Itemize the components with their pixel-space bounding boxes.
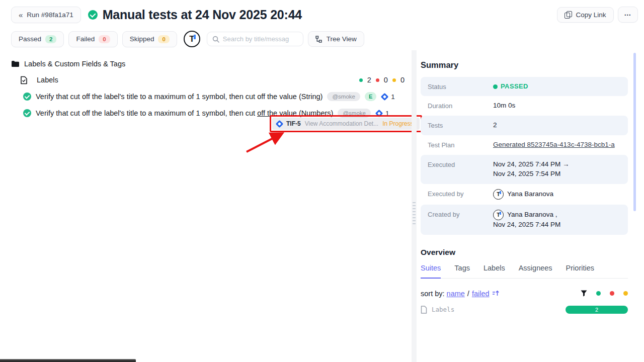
- user-avatar[interactable]: T: [184, 31, 200, 47]
- status-text: PASSED: [501, 82, 528, 91]
- jira-issue-icon: [276, 120, 284, 128]
- summary-sidebar: Summary Status PASSED Duration 10m 0s Te…: [421, 50, 628, 314]
- panel-resize-handle[interactable]: [412, 50, 417, 362]
- bottom-overlay-bar: [0, 359, 136, 362]
- back-to-run-button[interactable]: « Run #98fa1a71: [11, 7, 81, 23]
- summary-row-tests: Tests 2: [421, 116, 628, 135]
- suite-label: Labels: [37, 76, 58, 84]
- user-avatar: T: [493, 189, 504, 200]
- linked-issue[interactable]: 1: [382, 93, 395, 101]
- header-actions: Copy Link ⋯: [557, 7, 638, 23]
- executed-from: Nov 24, 2025 7:44 PM →: [493, 160, 570, 169]
- filter-bar: Passed 2 Failed 0 Skipped 0 T: [11, 31, 364, 47]
- grip-icon: [413, 202, 416, 224]
- copy-link-label: Copy Link: [576, 11, 606, 19]
- failed-dot-icon: [376, 78, 379, 82]
- document-icon: [421, 306, 427, 314]
- skipped-count-badge: 0: [158, 35, 169, 43]
- vertical-scrollbar[interactable]: [633, 53, 636, 211]
- tab-tags[interactable]: Tags: [454, 264, 470, 278]
- summary-row-executed: Executed Nov 24, 2025 7:44 PM → Nov 24, …: [421, 155, 628, 184]
- tree-view-button[interactable]: Tree View: [308, 31, 364, 47]
- test-run-page: « Run #98fa1a71 Manual tests at 24 Nov 2…: [0, 0, 644, 362]
- skipped-label: Skipped: [130, 35, 154, 43]
- filter-failed-button[interactable]: Failed 0: [68, 31, 117, 47]
- executed-value: Nov 24, 2025 7:44 PM → Nov 24, 2025 7:54…: [493, 160, 570, 179]
- tab-assignees[interactable]: Assignees: [519, 264, 552, 278]
- tests-label: Tests: [428, 121, 493, 129]
- avatar-brand-accent: [500, 212, 501, 215]
- overview-heading: Overview: [421, 248, 628, 257]
- avatar-brand-accent: [500, 191, 501, 194]
- failed-count-badge: 0: [99, 35, 110, 43]
- test-passed-check-icon: [23, 93, 31, 101]
- run-passed-check-icon: [88, 10, 98, 20]
- overview-suite-name[interactable]: Labels: [432, 306, 454, 313]
- suite-failed-count: 0: [384, 76, 388, 84]
- folder-row[interactable]: Labels & Custom Fields & Tags: [11, 56, 412, 71]
- avatar-brand-accent: [194, 35, 196, 39]
- sort-by-failed-link[interactable]: failed: [472, 290, 490, 298]
- test-plan-link[interactable]: Generated 8523745a-413c-4738-bcb1-a: [493, 140, 615, 150]
- issue-popup[interactable]: TIF-5 View Accommodation Det... In Progr…: [272, 118, 420, 130]
- passed-dot-icon[interactable]: [596, 291, 601, 296]
- sort-separator: /: [467, 290, 469, 298]
- test-title: Verify that cut off the label's title to…: [36, 93, 323, 101]
- tab-priorities[interactable]: Priorities: [566, 264, 594, 278]
- page-title: Manual tests at 24 Nov 2025 20:44: [103, 8, 302, 22]
- env-badge[interactable]: E: [365, 92, 376, 101]
- search-input[interactable]: [223, 35, 298, 43]
- created-by-value: T Yana Baranova , Nov 24, 2025 7:44 PM: [493, 210, 560, 230]
- skipped-dot-icon: [392, 78, 396, 82]
- progress-count: 2: [595, 307, 598, 313]
- folder-icon: [11, 60, 20, 67]
- test-row[interactable]: Verify that cut off the label's title to…: [23, 89, 405, 104]
- copy-icon: [565, 11, 572, 18]
- suite-counts: 2 0 0: [359, 76, 405, 84]
- executed-by-value: T Yana Baranova: [493, 189, 553, 200]
- jira-issue-icon: [381, 93, 389, 101]
- failed-dot-icon[interactable]: [610, 291, 614, 296]
- skipped-dot-icon[interactable]: [623, 291, 628, 296]
- test-passed-check-icon: [23, 109, 31, 117]
- created-by-name: Yana Baranova ,: [507, 210, 557, 220]
- filter-skipped-button[interactable]: Skipped 0: [122, 31, 177, 47]
- summary-heading: Summary: [421, 60, 628, 70]
- created-by-label: Created by: [428, 210, 493, 218]
- annotation-highlight-box: TIF-5 View Accommodation Det... In Progr…: [270, 115, 422, 132]
- passed-progress-bar: 2: [566, 306, 628, 314]
- search-icon: [212, 36, 219, 43]
- summary-row-duration: Duration 10m 0s: [421, 96, 628, 116]
- summary-row-executed-by: Executed by T Yana Baranova: [421, 184, 628, 205]
- executed-by-name: Yana Baranova: [507, 190, 553, 199]
- suite-passed-count: 2: [367, 76, 371, 84]
- back-chevrons-icon: «: [19, 11, 23, 19]
- filter-funnel-icon[interactable]: [581, 290, 587, 297]
- search-box: [207, 32, 303, 46]
- tag-badge[interactable]: @smoke: [327, 92, 360, 101]
- more-options-button[interactable]: ⋯: [618, 7, 638, 23]
- issue-key: TIF-5: [286, 120, 301, 127]
- executed-label: Executed: [428, 160, 493, 168]
- ellipsis-icon: ⋯: [624, 11, 632, 19]
- suite-row[interactable]: Labels 2 0 0: [20, 72, 405, 87]
- created-by-date: Nov 24, 2025 7:44 PM: [493, 220, 560, 230]
- annotation-arrow-icon: [240, 128, 296, 158]
- copy-link-button[interactable]: Copy Link: [557, 7, 613, 23]
- tab-suites[interactable]: Suites: [421, 264, 441, 279]
- tree-view-label: Tree View: [327, 35, 357, 43]
- sort-ascending-icon[interactable]: [492, 290, 500, 297]
- passed-label: Passed: [19, 35, 41, 43]
- overview-suite-row: Labels 2: [421, 306, 628, 314]
- issue-count: 1: [391, 93, 395, 101]
- sort-by-name-link[interactable]: name: [447, 290, 465, 298]
- tab-labels[interactable]: Labels: [484, 264, 505, 278]
- status-label: Status: [428, 82, 493, 90]
- summary-row-status: Status PASSED: [421, 77, 628, 96]
- test-title-head: Verify that cut off the label's title to…: [36, 109, 257, 117]
- header: « Run #98fa1a71 Manual tests at 24 Nov 2…: [11, 5, 638, 24]
- filter-passed-button[interactable]: Passed 2: [11, 31, 64, 47]
- executed-by-label: Executed by: [428, 189, 493, 198]
- tree-view-icon: [315, 36, 323, 43]
- folder-label: Labels & Custom Fields & Tags: [24, 60, 125, 68]
